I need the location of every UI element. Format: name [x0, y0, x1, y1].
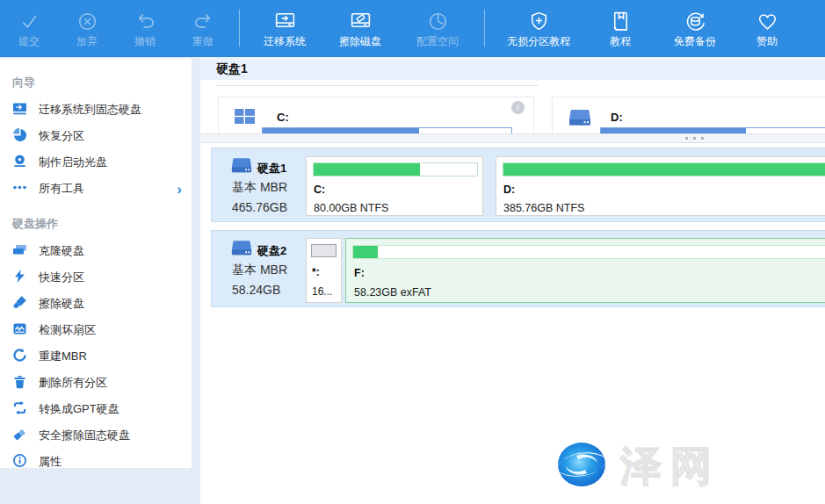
sidebar: 向导 迁移系统到固态硬盘 恢复分区 制作启动光盘 所有工具 › 硬盘操作 克隆硬… — [0, 59, 192, 468]
sidebar-gap — [0, 202, 192, 209]
disk-type: 基本 MBR — [232, 180, 287, 196]
sidebar-item-convert-gpt[interactable]: 转换成GPT硬盘 — [0, 396, 192, 422]
partition-unnamed[interactable]: *: 16... — [306, 238, 342, 303]
disk-size: 465.76GB — [232, 200, 287, 214]
partition-d[interactable]: D: 385.76GB NTFS — [496, 156, 825, 216]
sponsor-button[interactable]: 赞助 — [735, 0, 800, 55]
partition-detail: 80.00GB NTFS — [314, 202, 388, 214]
pie-space-icon — [426, 10, 450, 33]
partition-letter: D: — [503, 184, 515, 196]
toolbar: 提交 放弃 撤销 重做 迁移系统 擦除磁盘 配置空间 无损分区教程 教程 免费备… — [0, 0, 825, 57]
discard-button[interactable]: 放弃 — [58, 0, 116, 55]
partition-detail: 58.23GB exFAT — [354, 286, 431, 299]
sidebar-item-rebuild-mbr[interactable]: 重建MBR — [0, 343, 192, 370]
book-icon — [609, 10, 633, 33]
drive-icon — [568, 109, 591, 129]
sidebar-item-check-bad-sectors[interactable]: 检测坏扇区 — [0, 317, 192, 343]
watermark: 泽网 — [550, 436, 720, 496]
sidebar-item-label: 擦除硬盘 — [39, 296, 84, 312]
disk-name: 硬盘1 — [257, 161, 286, 176]
erase-disk-button[interactable]: 擦除磁盘 — [322, 0, 398, 55]
sidebar-item-bootable-media[interactable]: 制作启动光盘 — [0, 149, 192, 176]
toolbar-separator — [239, 10, 240, 47]
volume-usage-bar-d — [600, 127, 825, 133]
tab-disk1[interactable]: 硬盘1 — [216, 61, 248, 77]
chevron-right-icon: › — [177, 182, 182, 197]
partition-tutorial-button[interactable]: 无损分区教程 — [492, 0, 585, 55]
commit-label: 提交 — [18, 36, 40, 47]
commit-button[interactable]: 提交 — [0, 0, 58, 55]
sidebar-item-label: 克隆硬盘 — [39, 243, 84, 259]
migrate-system-button[interactable]: 迁移系统 — [247, 0, 322, 55]
sidebar-item-recover-partition[interactable]: 恢复分区 — [0, 123, 192, 149]
sidebar-item-label: 所有工具 — [39, 181, 84, 197]
sidebar-item-label: 制作启动光盘 — [39, 155, 107, 170]
sidebar-item-label: 快速分区 — [39, 270, 84, 285]
bad-sector-wave-icon — [12, 321, 39, 339]
undo-button[interactable]: 撤销 — [116, 0, 174, 55]
lightning-icon — [12, 269, 39, 286]
allocate-space-label: 配置空间 — [416, 36, 459, 47]
sidebar-item-all-tools[interactable]: 所有工具 › — [0, 176, 192, 202]
sidebar-item-wipe-disk[interactable]: 擦除硬盘 — [0, 291, 192, 317]
volume-usage-bar-c — [262, 127, 512, 133]
redo-button[interactable]: 重做 — [174, 0, 232, 55]
partition-usage-bar — [311, 244, 337, 257]
shield-plus-icon — [527, 10, 551, 33]
undo-label: 撤销 — [134, 36, 156, 47]
watermark-logo-icon — [550, 436, 613, 496]
disk-row-2[interactable]: 硬盘2 基本 MBR 58.24GB *: 16... F: 58.23GB e… — [211, 230, 825, 307]
sidebar-item-label: 删除所有分区 — [39, 375, 107, 391]
partition-usage-fill — [312, 245, 336, 256]
heart-icon — [756, 10, 779, 33]
sidebar-item-clone-disk[interactable]: 克隆硬盘 — [0, 238, 192, 264]
undo-icon — [134, 10, 157, 33]
volume-card-d[interactable]: D: — [552, 97, 825, 133]
free-backup-button[interactable]: 免费备份 — [655, 0, 735, 55]
free-backup-label: 免费备份 — [674, 36, 716, 47]
splitter-grip-dots — [685, 137, 704, 140]
redo-label: 重做 — [192, 36, 213, 47]
partition-letter: F: — [354, 267, 365, 279]
partition-usage-bar — [313, 162, 478, 176]
partition-usage-fill — [353, 246, 378, 258]
erase-disk-label: 擦除磁盘 — [339, 36, 381, 47]
disk-tab-band — [200, 57, 825, 80]
info-circle-icon — [12, 453, 39, 471]
sidebar-item-delete-all-partitions[interactable]: 删除所有分区 — [0, 370, 192, 396]
eraser-icon — [12, 427, 39, 444]
disk-name: 硬盘2 — [257, 243, 286, 259]
sidebar-item-label: 检测坏扇区 — [39, 322, 96, 338]
volume-label-c: C: — [277, 111, 289, 124]
disk-row-1[interactable]: 硬盘1 基本 MBR 465.76GB C: 80.00GB NTFS D: 3… — [211, 148, 825, 222]
partition-f-selected[interactable]: F: 58.23GB exFAT — [345, 238, 825, 303]
sidebar-item-properties[interactable]: 属性 — [0, 449, 192, 475]
sidebar-item-quick-partition[interactable]: 快速分区 — [0, 264, 192, 291]
sidebar-item-migrate-ssd[interactable]: 迁移系统到固态硬盘 — [0, 97, 192, 123]
toolbar-separator — [484, 10, 485, 47]
info-icon[interactable]: i — [511, 101, 525, 114]
hard-drive-icon — [231, 240, 252, 259]
partition-letter: C: — [314, 184, 325, 196]
watermark-text: 泽网 — [620, 439, 720, 494]
partition-c[interactable]: C: 80.00GB NTFS — [306, 156, 483, 216]
sidebar-item-label: 转换成GPT硬盘 — [39, 401, 119, 417]
erase-disk-icon — [349, 10, 373, 33]
sidebar-section-wizard: 向导 — [0, 68, 192, 97]
partition-usage-fill — [503, 163, 825, 176]
volume-card-c[interactable]: C: i — [218, 97, 534, 133]
sponsor-label: 赞助 — [756, 36, 778, 47]
trash-icon — [12, 374, 39, 392]
disk-type: 基本 MBR — [232, 263, 287, 278]
disk-size: 58.24GB — [232, 283, 280, 297]
partition-detail: 16... — [312, 285, 332, 298]
partition-usage-fill — [314, 163, 420, 176]
windows-logo-icon — [235, 109, 255, 127]
sidebar-item-label: 属性 — [39, 454, 62, 470]
tutorial-button[interactable]: 教程 — [585, 0, 655, 55]
partition-detail: 385.76GB NTFS — [503, 202, 584, 214]
sidebar-item-secure-erase-ssd[interactable]: 安全擦除固态硬盘 — [0, 422, 192, 449]
rebuild-refresh-icon — [12, 348, 39, 365]
allocate-space-button[interactable]: 配置空间 — [398, 0, 477, 55]
pane-splitter[interactable] — [200, 133, 825, 143]
